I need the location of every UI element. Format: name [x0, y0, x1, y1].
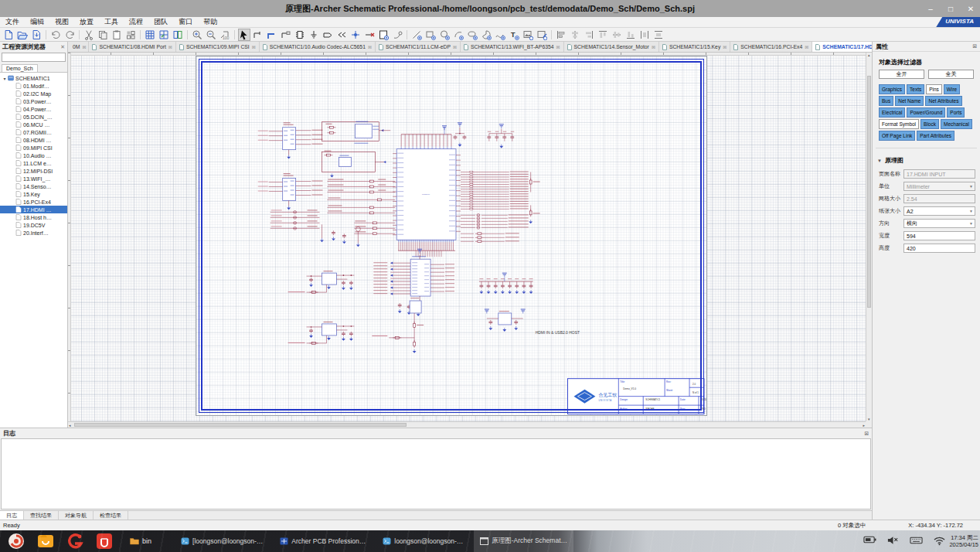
- filter-pins[interactable]: Pins: [926, 84, 942, 94]
- taskbar-clock[interactable]: 17:34 周二 2025/04/15: [949, 530, 978, 552]
- tree-page-item[interactable]: 20.Interf…: [0, 229, 67, 237]
- log-close-icon[interactable]: ⊠: [864, 431, 869, 437]
- menu-item-4[interactable]: 工具: [99, 17, 124, 27]
- redo-icon[interactable]: [63, 29, 76, 41]
- draw-circle-icon[interactable]: [438, 29, 451, 41]
- properties-close-icon[interactable]: ⊠: [972, 43, 977, 49]
- new-file-icon[interactable]: [2, 29, 15, 41]
- place-no-connect-icon[interactable]: [363, 29, 376, 41]
- paste-icon[interactable]: [111, 29, 123, 41]
- align-center-v-icon[interactable]: [611, 29, 623, 41]
- vertical-scrollbar[interactable]: ▴ ▾: [866, 53, 872, 421]
- doc-tab[interactable]: SCHEMATIC1/10.Audio Codec-ALC5651⊠: [260, 42, 376, 52]
- doc-tab[interactable]: SCHEMATIC1/09.MIPI CSI⊠: [176, 42, 260, 52]
- align-left-icon[interactable]: [555, 29, 567, 41]
- align-top-icon[interactable]: [597, 29, 609, 41]
- filter-ports[interactable]: Ports: [947, 107, 965, 118]
- doc-tab-overflow[interactable]: 0M⊠: [68, 42, 89, 52]
- file-manager-icon[interactable]: [37, 533, 54, 550]
- place-ground-icon[interactable]: [308, 29, 320, 41]
- tab-close-icon[interactable]: ⊠: [252, 44, 256, 49]
- filter-block[interactable]: Block: [920, 119, 939, 129]
- filter-texts[interactable]: Texts: [907, 84, 924, 94]
- battery-icon[interactable]: [863, 534, 876, 549]
- place-port-icon[interactable]: [322, 29, 334, 41]
- tree-page-item[interactable]: 13.WIFI_…: [0, 175, 67, 182]
- field-input-纸张大小[interactable]: A2▼: [903, 206, 975, 216]
- tab-close-icon[interactable]: ⊠: [368, 44, 372, 49]
- menu-item-7[interactable]: 窗口: [173, 17, 198, 27]
- tree-page-item[interactable]: 03.Power…: [0, 97, 67, 105]
- taskbar-window-0[interactable]: [loongson@loongson-…: [175, 530, 269, 552]
- save-file-icon[interactable]: [30, 29, 43, 41]
- draw-ellipse-icon[interactable]: [466, 29, 478, 41]
- project-browser-close-icon[interactable]: ✕: [60, 44, 65, 50]
- menu-item-5[interactable]: 流程: [124, 17, 148, 27]
- filter-power-ground[interactable]: Power/Ground: [907, 107, 945, 118]
- tree-page-item[interactable]: 07.RGMII…: [0, 128, 67, 136]
- tree-page-item[interactable]: 19.DC5V: [0, 221, 67, 229]
- draw-image-icon[interactable]: [522, 29, 534, 41]
- tree-page-item[interactable]: 14.Senso…: [0, 182, 67, 190]
- wifi-icon[interactable]: [933, 534, 946, 549]
- draw-text-icon[interactable]: T: [508, 29, 520, 41]
- menu-item-2[interactable]: 视图: [49, 17, 74, 27]
- tab-close-icon[interactable]: ⊠: [723, 44, 726, 49]
- launcher-icon[interactable]: [8, 533, 25, 550]
- doc-tab[interactable]: SCHEMATIC1/11.LCM-eDP⊠: [376, 42, 461, 52]
- menu-item-8[interactable]: 帮助: [198, 17, 223, 27]
- align-right-icon[interactable]: [583, 29, 595, 41]
- tree-page-item[interactable]: 18.Host h…: [0, 213, 67, 221]
- doc-tab[interactable]: SCHEMATIC1/15.Key⊠: [659, 42, 730, 52]
- tree-page-item[interactable]: 08.HDMI …: [0, 136, 67, 144]
- place-probe-icon[interactable]: [391, 29, 403, 41]
- section-collapse-icon[interactable]: ▼: [877, 158, 882, 163]
- app-store-icon[interactable]: [96, 533, 113, 550]
- place-bus-icon[interactable]: [266, 29, 278, 41]
- place-wire-icon[interactable]: [252, 29, 264, 41]
- close-button[interactable]: ✕: [966, 5, 975, 13]
- tree-page-item[interactable]: 09.MIPI CSI: [0, 144, 67, 152]
- distribute-h-icon[interactable]: [638, 29, 651, 41]
- filter-part-attributes[interactable]: Part Attributes: [917, 131, 954, 141]
- place-sheet-icon[interactable]: [377, 29, 390, 41]
- align-bottom-icon[interactable]: [624, 29, 637, 41]
- filter-net-name[interactable]: Net Name: [895, 96, 924, 106]
- open-file-icon[interactable]: [16, 29, 29, 41]
- log-tab-日志[interactable]: 日志: [0, 511, 24, 520]
- zoom-in-icon[interactable]: [191, 29, 203, 41]
- project-tab[interactable]: Demo_Sch: [2, 64, 38, 72]
- menu-item-3[interactable]: 放置: [74, 17, 99, 27]
- paste-array-icon[interactable]: [124, 29, 137, 41]
- doc-tab[interactable]: SCHEMATIC1/08.HDMI Port⊠: [89, 42, 175, 52]
- show-grid-icon[interactable]: [144, 29, 156, 41]
- doc-tab[interactable]: SCHEMATIC1/16.PCI-Ex4⊠: [730, 42, 812, 52]
- filter-off-page-link[interactable]: Off Page Link: [879, 131, 915, 141]
- tree-page-item[interactable]: 04.Power…: [0, 105, 67, 113]
- draw-edit-icon[interactable]: [536, 29, 548, 41]
- align-center-h-icon[interactable]: [569, 29, 581, 41]
- log-tab-检查结果[interactable]: 检查结果: [94, 511, 128, 520]
- place-off-page-icon[interactable]: [335, 29, 348, 41]
- zoom-scale-icon[interactable]: 100: [219, 29, 231, 41]
- tree-page-item[interactable]: 15.Key: [0, 190, 67, 198]
- browser-icon[interactable]: [66, 533, 83, 550]
- filter-net-attributes[interactable]: Net Attributes: [925, 96, 961, 106]
- distribute-v-icon[interactable]: [652, 29, 665, 41]
- dropdown-arrow-icon[interactable]: ▼: [969, 221, 973, 226]
- place-part-icon[interactable]: [294, 29, 306, 41]
- doc-tab[interactable]: SCHEMATIC1/17.HDMI INPUT⊠: [812, 42, 872, 52]
- cut-icon[interactable]: [83, 29, 95, 41]
- schematic-canvas[interactable]: RTD2166HDMI IN & USB2.0 HOST合见工软U N I V …: [68, 53, 872, 428]
- menu-item-0[interactable]: 文件: [0, 17, 25, 27]
- tab-close-icon[interactable]: ⊠: [652, 44, 655, 49]
- tree-page-item[interactable]: 16.PCI-Ex4: [0, 198, 67, 206]
- filter-graphics[interactable]: Graphics: [879, 84, 905, 94]
- volume-muted-icon[interactable]: [886, 534, 900, 549]
- taskbar-window-3[interactable]: 原理图-Archer Schemat…: [474, 530, 573, 552]
- snap-grid-icon[interactable]: [158, 29, 170, 41]
- filter-electrical[interactable]: Electrical: [879, 107, 905, 118]
- all-off-button[interactable]: 全关: [928, 70, 974, 79]
- zoom-out-icon[interactable]: [205, 29, 217, 41]
- tree-root[interactable]: ▾ SCHEMATIC1: [0, 74, 67, 82]
